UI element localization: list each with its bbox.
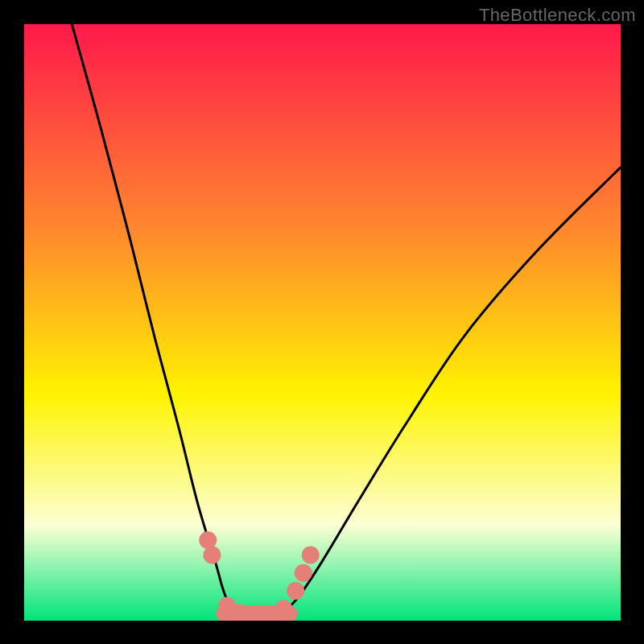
marker-dot: [203, 546, 221, 564]
watermark-label: TheBottleneck.com: [479, 5, 636, 26]
marker-dot: [302, 546, 320, 564]
marker-dot: [295, 564, 312, 582]
marker-dot: [275, 600, 292, 617]
chart-frame: [24, 24, 621, 621]
plot-bg: [24, 24, 621, 621]
bottleneck-chart: [24, 24, 621, 621]
marker-dot: [287, 582, 304, 600]
marker-dot: [199, 531, 217, 549]
